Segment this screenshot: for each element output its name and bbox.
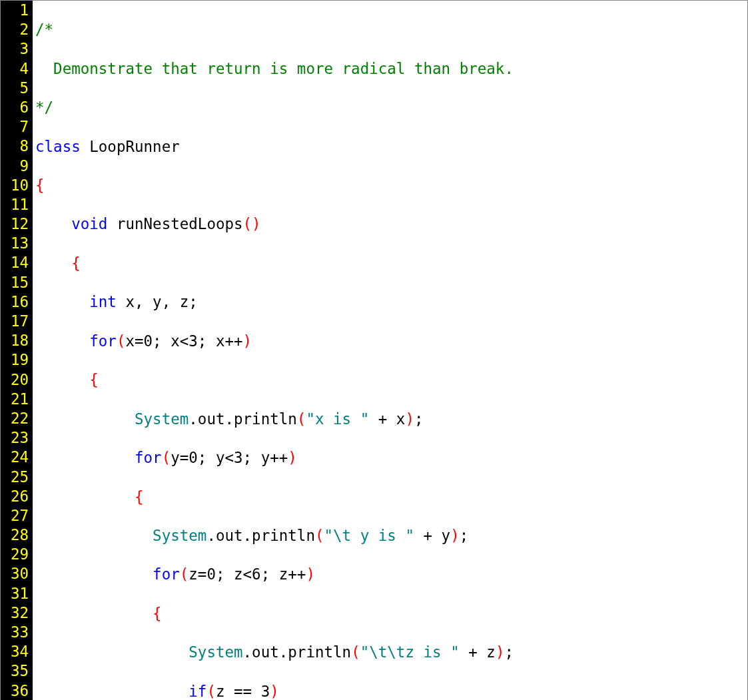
line-number: 20 bbox=[2, 370, 29, 390]
code-line[interactable]: System.out.println("\t\tz is " + z); bbox=[35, 643, 747, 662]
code-line[interactable]: System.out.println("\t y is " + y); bbox=[35, 526, 747, 545]
line-number: 25 bbox=[2, 468, 29, 487]
line-number-gutter: 1 2 3 4 5 6 7 8 9 10 11 12 13 14 15 16 1… bbox=[1, 1, 33, 700]
line-number: 8 bbox=[2, 137, 29, 156]
line-number: 33 bbox=[2, 623, 29, 642]
code-line[interactable]: for(y=0; y<3; y++) bbox=[35, 448, 747, 468]
line-number: 30 bbox=[2, 564, 29, 583]
line-number: 4 bbox=[2, 59, 29, 79]
code-line[interactable]: { bbox=[35, 370, 747, 390]
code-line[interactable]: Demonstrate that return is more radical … bbox=[35, 59, 747, 79]
line-number: 34 bbox=[2, 642, 29, 661]
line-number: 7 bbox=[2, 117, 29, 137]
code-line[interactable]: class LoopRunner bbox=[35, 137, 747, 157]
line-number: 28 bbox=[2, 525, 29, 545]
code-line[interactable]: /* bbox=[35, 20, 747, 39]
line-number: 12 bbox=[2, 214, 29, 234]
line-number: 10 bbox=[2, 176, 29, 195]
line-number: 27 bbox=[2, 506, 29, 525]
line-number: 24 bbox=[2, 448, 29, 467]
line-number: 11 bbox=[2, 195, 29, 214]
line-number: 15 bbox=[2, 273, 29, 292]
code-line[interactable]: void runNestedLoops() bbox=[35, 214, 747, 234]
line-number: 19 bbox=[2, 350, 29, 370]
line-number: 16 bbox=[2, 292, 29, 312]
line-number: 13 bbox=[2, 234, 29, 253]
line-number: 29 bbox=[2, 545, 29, 564]
line-number: 18 bbox=[2, 331, 29, 350]
line-number: 22 bbox=[2, 409, 29, 428]
line-number: 36 bbox=[2, 681, 29, 700]
line-number: 17 bbox=[2, 312, 29, 331]
line-number: 14 bbox=[2, 253, 29, 272]
code-line[interactable]: for(z=0; z<6; z++) bbox=[35, 565, 747, 584]
line-number: 26 bbox=[2, 487, 29, 506]
code-line[interactable]: { bbox=[35, 176, 747, 195]
line-number: 35 bbox=[2, 661, 29, 681]
line-number: 9 bbox=[2, 157, 29, 176]
code-line[interactable]: */ bbox=[35, 98, 747, 117]
code-line[interactable]: System.out.println("x is " + x); bbox=[35, 410, 747, 429]
code-line[interactable]: { bbox=[35, 604, 747, 623]
line-number: 32 bbox=[2, 603, 29, 623]
code-line[interactable]: for(x=0; x<3; x++) bbox=[35, 332, 747, 351]
line-number: 2 bbox=[2, 20, 29, 39]
code-line[interactable]: int x, y, z; bbox=[35, 292, 747, 312]
code-editor: 1 2 3 4 5 6 7 8 9 10 11 12 13 14 15 16 1… bbox=[1, 1, 747, 700]
line-number: 6 bbox=[2, 98, 29, 117]
code-area[interactable]: /* Demonstrate that return is more radic… bbox=[33, 1, 747, 700]
line-number: 5 bbox=[2, 79, 29, 98]
line-number: 3 bbox=[2, 39, 29, 59]
code-line[interactable]: { bbox=[35, 488, 747, 507]
code-line[interactable]: { bbox=[35, 254, 747, 273]
line-number: 23 bbox=[2, 428, 29, 448]
line-number: 1 bbox=[2, 1, 29, 20]
line-number: 31 bbox=[2, 584, 29, 603]
line-number: 21 bbox=[2, 390, 29, 409]
code-line[interactable]: if(z == 3) bbox=[35, 682, 747, 700]
